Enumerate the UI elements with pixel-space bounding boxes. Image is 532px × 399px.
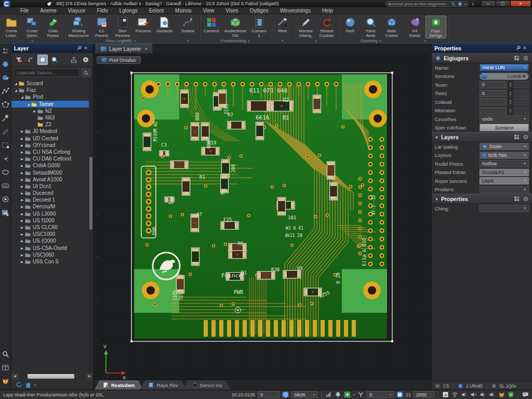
upload-icon[interactable] <box>69 55 79 65</box>
tree-item-scoard[interactable]: ◢Scoard <box>11 80 93 87</box>
spkx-icon[interactable] <box>470 391 477 398</box>
snap-grid-icon[interactable] <box>344 391 351 398</box>
spk-icon[interactable] <box>461 391 468 398</box>
property-dropdown[interactable]: Layet▼ <box>480 177 529 184</box>
spinner-field[interactable]: 0 <box>480 90 507 97</box>
lens-icon[interactable] <box>49 55 60 65</box>
panelw-icon[interactable] <box>1 363 10 372</box>
tree-closed-arrow-icon[interactable]: ▶ <box>20 178 24 181</box>
tree-item-us-o000[interactable]: ▶US (O000 <box>11 237 93 244</box>
tree-closed-arrow-icon[interactable]: ▶ <box>20 232 24 236</box>
secondary-field[interactable] <box>514 90 529 97</box>
tree-closed-arrow-icon[interactable]: ▶ <box>20 253 24 257</box>
clock-icon[interactable] <box>396 391 403 398</box>
zoom-field[interactable]: 2000 <box>414 391 434 398</box>
tree-closed-arrow-icon[interactable]: ▶ <box>20 225 24 229</box>
ribbon-button-ooclects[interactable]: Ooclects <box>154 16 175 34</box>
property-dropdown[interactable]: OcooaLP1▼ <box>480 169 529 176</box>
wifi-icon[interactable] <box>451 391 458 398</box>
tree-closed-arrow-icon[interactable]: ▶ <box>20 246 24 250</box>
target-icon[interactable] <box>282 391 289 398</box>
menu-item-view[interactable]: View <box>197 7 220 15</box>
ribbon-button-fane[interactable]: Fane Ausk <box>361 16 381 38</box>
group-caret-icon[interactable]: ▾ <box>315 39 317 43</box>
magnifier2-icon[interactable] <box>1 349 10 358</box>
ribbon-button-shsling[interactable]: Shsling Meclcocrm <box>66 16 91 38</box>
spinner-arrows[interactable]: ▲▼ <box>508 98 513 105</box>
tree-closed-arrow-icon[interactable]: ▶ <box>20 157 24 161</box>
tree-item-avoat-a1000[interactable]: ▶Avoat A1000 <box>11 176 93 183</box>
menu-item-vises[interactable]: Vises <box>220 7 244 15</box>
close-panel-icon[interactable]: × <box>84 45 90 51</box>
fox-icon[interactable] <box>1 376 10 385</box>
tree-closed-arrow-icon[interactable]: ▶ <box>20 184 24 188</box>
tree-item-cu-nsa-cefoog[interactable]: ▶CU NSA Cefoog <box>11 149 93 155</box>
sphereb-icon[interactable] <box>1 59 10 69</box>
tab-close-icon[interactable]: × <box>145 46 148 51</box>
tree-item-cnliia-g000[interactable]: ▶CnliiA G000 <box>11 162 93 169</box>
tree-open-arrow-icon[interactable]: ◢ <box>20 95 24 99</box>
keyboard-icon[interactable] <box>1 181 10 190</box>
tree-horizontal-scrollbar[interactable]: ◀ ▶ <box>11 373 93 379</box>
ribbon-button-sotane[interactable]: Sotane <box>178 16 198 34</box>
menu-item-aoeme[interactable]: Aoeme <box>34 7 62 15</box>
status-select[interactable]: 0ik06▾ <box>291 391 317 398</box>
tree-closed-arrow-icon[interactable]: ▶ <box>20 137 24 140</box>
xcirc-icon[interactable] <box>81 55 91 65</box>
target-circle-icon[interactable] <box>523 196 529 202</box>
secondary-field[interactable] <box>514 107 529 114</box>
property-dropdown[interactable]: Notfow▼ <box>480 160 529 167</box>
ribbon-button-montue[interactable]: Montue Olatng. <box>296 16 316 38</box>
section-header-eigiugers[interactable]: Eigiugers <box>432 53 532 63</box>
ribbon-button-cover[interactable]: Cover Qwvn. <box>22 16 43 38</box>
signal-bars-icon[interactable] <box>325 391 332 398</box>
chat-icon[interactable] <box>522 391 529 398</box>
property-button[interactable]: Sentane <box>480 124 529 131</box>
property-dropdown[interactable]: Doale▼ <box>480 143 529 150</box>
target-circle-icon[interactable] <box>523 134 529 140</box>
tree-item-ut-dcn1[interactable]: ▶Ut Dcn1 <box>11 183 93 190</box>
spinner-arrows[interactable]: ▲▼ <box>508 81 513 88</box>
pin-icon[interactable] <box>515 45 522 51</box>
spray-icon[interactable] <box>1 154 10 163</box>
titlebar-search-input[interactable] <box>388 2 449 6</box>
maximize-button[interactable]: ▢ <box>496 1 510 7</box>
tree-closed-arrow-icon[interactable]: ▶ <box>20 129 24 133</box>
plugin-icon[interactable] <box>25 381 32 388</box>
footer-status-icon[interactable] <box>435 383 440 389</box>
ribbon-button-purceno[interactable]: Purceno <box>133 16 154 34</box>
tree-item-us-f1000[interactable]: ▶US f1000 <box>11 217 93 224</box>
shield-icon[interactable] <box>508 391 514 398</box>
tree-item-ud-cected[interactable]: ▶UD Cected <box>11 135 93 142</box>
property-dropdown[interactable]: ▼ <box>480 186 529 193</box>
tree-closed-arrow-icon[interactable]: ▶ <box>20 150 24 154</box>
tree-closed-arrow-icon[interactable]: ▶ <box>20 198 24 202</box>
spk-icon[interactable] <box>480 391 486 398</box>
tree-item-n63[interactable]: N63 <box>11 114 93 121</box>
titlebar-search[interactable]: ▾ <box>385 1 469 7</box>
chart-icon[interactable] <box>442 391 449 398</box>
group-caret-icon[interactable]: ▾ <box>248 39 249 43</box>
tree-item-us-clc60[interactable]: ▶US CLC60 <box>11 224 93 231</box>
tree-closed-arrow-icon[interactable]: ▶ <box>20 191 24 195</box>
pencil2-icon[interactable] <box>1 127 10 136</box>
ribbon-button-sisn[interactable]: Sisn Fleones <box>112 16 133 38</box>
collapse-arrow-icon[interactable]: ▼ <box>435 197 438 201</box>
tree-item-decoed-1[interactable]: ▶Decoed 1 <box>11 196 93 203</box>
property-dropdown[interactable]: Ascar LUN▼ <box>480 64 529 71</box>
grid-plus-icon[interactable] <box>514 134 520 140</box>
property-dropdown[interactable]: bOb Talo▼ <box>480 152 529 159</box>
tree-closed-arrow-icon[interactable]: ▶ <box>20 219 24 222</box>
tree-closed-arrow-icon[interactable]: ▶ <box>20 212 24 216</box>
grid-plus-icon[interactable] <box>514 55 520 61</box>
ribbon-button-fayo[interactable]: Fayo Semgs <box>425 16 446 38</box>
tree-item-usc-060[interactable]: ▶USC)060 <box>11 251 93 258</box>
tree-item-setaadm000[interactable]: ▶SetaadM000 <box>11 169 93 176</box>
tree-open-arrow-icon[interactable]: ◢ <box>26 102 31 106</box>
bell-icon[interactable] <box>335 391 341 398</box>
ribbon-button-cc[interactable]: Cc Pavers <box>91 16 112 38</box>
pcb-canvas[interactable]: R11 O73 648O26616B1R7800800E0IQR19C3M100… <box>94 54 431 379</box>
menu-item-oytliges[interactable]: Oytliges <box>244 7 274 15</box>
oval-icon[interactable] <box>1 167 10 177</box>
ribbon-button-comaro[interactable]: Comaro 1 <box>249 16 270 38</box>
